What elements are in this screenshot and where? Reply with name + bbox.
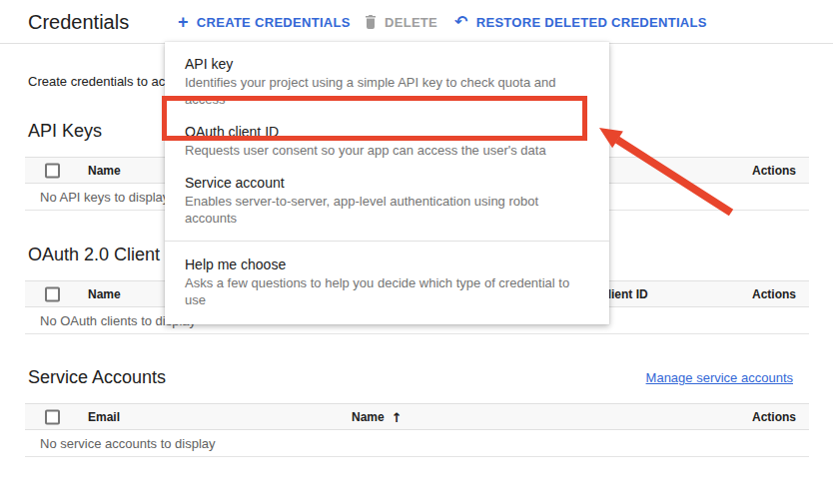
create-credentials-button[interactable]: + CREATE CREDENTIALS: [178, 0, 351, 44]
manage-service-accounts-link[interactable]: Manage service accounts: [646, 370, 793, 385]
menu-item-description: Asks a few questions to help you decide …: [185, 274, 589, 308]
service-accounts-table: Email Name ↑ Actions No service accounts…: [25, 403, 809, 457]
menu-item-api-key[interactable]: API key Identifies your project using a …: [165, 48, 609, 116]
restore-label: RESTORE DELETED CREDENTIALS: [476, 15, 707, 30]
restore-deleted-credentials-button[interactable]: ↶ RESTORE DELETED CREDENTIALS: [454, 0, 707, 44]
column-header-actions: Actions: [752, 164, 796, 178]
menu-separator: [165, 241, 609, 242]
empty-state-row: No service accounts to display: [25, 430, 809, 457]
create-credentials-menu: API key Identifies your project using a …: [165, 42, 609, 324]
plus-icon: +: [178, 13, 189, 31]
column-header-name: Name: [88, 287, 121, 301]
select-all-checkbox[interactable]: [45, 163, 60, 178]
menu-item-title: Service account: [185, 174, 589, 193]
menu-item-description: Enables server-to-server, app-level auth…: [185, 193, 589, 227]
api-keys-heading: API Keys: [28, 121, 102, 142]
trash-icon: [365, 15, 377, 29]
delete-button[interactable]: DELETE: [365, 0, 437, 44]
select-all-checkbox[interactable]: [45, 409, 60, 424]
select-all-checkbox[interactable]: [45, 286, 60, 301]
column-header-email: Email: [88, 410, 120, 424]
name-label: Name: [352, 410, 385, 424]
menu-item-service-account[interactable]: Service account Enables server-to-server…: [165, 167, 609, 235]
menu-item-oauth-client-id[interactable]: OAuth client ID Requests user consent so…: [165, 116, 609, 167]
credentials-page: Credentials + CREATE CREDENTIALS DELETE …: [0, 0, 833, 504]
create-credentials-label: CREATE CREDENTIALS: [197, 15, 351, 30]
menu-item-description: Identifies your project using a simple A…: [185, 74, 589, 108]
menu-item-title: API key: [185, 55, 589, 74]
menu-item-title: Help me choose: [185, 255, 589, 274]
column-header-name[interactable]: Name ↑: [352, 409, 403, 424]
intro-text: Create credentials to ac: [28, 74, 165, 89]
empty-state-text: No API keys to display: [40, 190, 169, 205]
menu-item-description: Requests user consent so your app can ac…: [185, 142, 589, 159]
menu-item-title: OAuth client ID: [185, 123, 589, 142]
column-header-actions: Actions: [752, 287, 796, 301]
sort-asc-icon: ↑: [392, 409, 403, 424]
undo-icon: ↶: [454, 14, 468, 30]
service-accounts-heading: Service Accounts: [28, 367, 166, 388]
menu-item-help-me-choose[interactable]: Help me choose Asks a few questions to h…: [165, 249, 609, 316]
empty-state-text: No service accounts to display: [40, 436, 216, 451]
toolbar: Credentials + CREATE CREDENTIALS DELETE …: [0, 0, 833, 44]
column-header-actions: Actions: [752, 410, 796, 424]
delete-label: DELETE: [385, 15, 437, 30]
column-header-name: Name: [88, 164, 121, 178]
page-title: Credentials: [28, 11, 129, 34]
service-accounts-table-header: Email Name ↑ Actions: [25, 403, 809, 430]
